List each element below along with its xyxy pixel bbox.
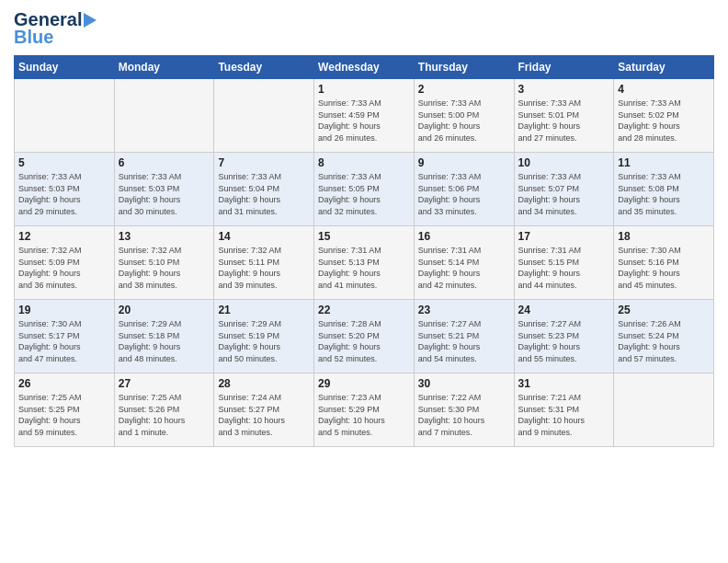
cell-info: Sunrise: 7:25 AM Sunset: 5:26 PM Dayligh… xyxy=(119,392,210,438)
calendar-cell: 3Sunrise: 7:33 AM Sunset: 5:01 PM Daylig… xyxy=(514,79,614,153)
cell-info: Sunrise: 7:33 AM Sunset: 5:03 PM Dayligh… xyxy=(119,171,210,217)
day-number: 15 xyxy=(318,230,410,243)
cell-info: Sunrise: 7:29 AM Sunset: 5:19 PM Dayligh… xyxy=(218,318,310,364)
calendar-cell: 28Sunrise: 7:24 AM Sunset: 5:27 PM Dayli… xyxy=(214,373,314,447)
day-number: 4 xyxy=(618,83,710,96)
calendar-page: General Blue SundayMondayTuesdayWednesda… xyxy=(0,0,728,563)
day-number: 29 xyxy=(318,377,410,390)
col-header-thursday: Thursday xyxy=(414,56,514,79)
calendar-cell: 26Sunrise: 7:25 AM Sunset: 5:25 PM Dayli… xyxy=(15,373,115,447)
week-row-2: 12Sunrise: 7:32 AM Sunset: 5:09 PM Dayli… xyxy=(15,226,714,300)
cell-info: Sunrise: 7:33 AM Sunset: 5:04 PM Dayligh… xyxy=(218,171,310,217)
logo-blue: Blue xyxy=(14,27,53,48)
calendar-cell: 12Sunrise: 7:32 AM Sunset: 5:09 PM Dayli… xyxy=(15,226,115,300)
calendar-cell xyxy=(15,79,115,153)
calendar-cell: 29Sunrise: 7:23 AM Sunset: 5:29 PM Dayli… xyxy=(314,373,415,447)
day-number: 18 xyxy=(618,230,710,243)
day-number: 22 xyxy=(318,304,410,316)
cell-info: Sunrise: 7:32 AM Sunset: 5:09 PM Dayligh… xyxy=(18,245,110,291)
cell-info: Sunrise: 7:31 AM Sunset: 5:14 PM Dayligh… xyxy=(418,245,510,291)
calendar-cell: 20Sunrise: 7:29 AM Sunset: 5:18 PM Dayli… xyxy=(114,300,214,373)
day-number: 2 xyxy=(418,83,510,96)
cell-info: Sunrise: 7:33 AM Sunset: 5:08 PM Dayligh… xyxy=(618,171,710,217)
week-row-1: 5Sunrise: 7:33 AM Sunset: 5:03 PM Daylig… xyxy=(15,153,714,226)
cell-info: Sunrise: 7:33 AM Sunset: 5:02 PM Dayligh… xyxy=(618,98,710,144)
week-row-3: 19Sunrise: 7:30 AM Sunset: 5:17 PM Dayli… xyxy=(15,300,714,373)
day-number: 6 xyxy=(119,156,210,169)
day-number: 12 xyxy=(18,230,110,243)
calendar-cell: 11Sunrise: 7:33 AM Sunset: 5:08 PM Dayli… xyxy=(614,153,714,226)
cell-info: Sunrise: 7:33 AM Sunset: 4:59 PM Dayligh… xyxy=(318,98,410,144)
day-number: 20 xyxy=(119,304,210,316)
cell-info: Sunrise: 7:33 AM Sunset: 5:01 PM Dayligh… xyxy=(518,98,610,144)
calendar-cell xyxy=(114,79,214,153)
week-row-0: 1Sunrise: 7:33 AM Sunset: 4:59 PM Daylig… xyxy=(15,79,714,153)
cell-info: Sunrise: 7:30 AM Sunset: 5:16 PM Dayligh… xyxy=(618,245,710,291)
day-number: 24 xyxy=(518,304,610,316)
calendar-cell: 9Sunrise: 7:33 AM Sunset: 5:06 PM Daylig… xyxy=(414,153,514,226)
col-header-wednesday: Wednesday xyxy=(314,56,415,79)
calendar-cell: 13Sunrise: 7:32 AM Sunset: 5:10 PM Dayli… xyxy=(114,226,214,300)
day-number: 14 xyxy=(218,230,310,243)
day-number: 21 xyxy=(218,304,310,316)
day-number: 25 xyxy=(618,304,710,316)
day-number: 9 xyxy=(418,156,510,169)
calendar-cell: 25Sunrise: 7:26 AM Sunset: 5:24 PM Dayli… xyxy=(614,300,714,373)
calendar-cell: 27Sunrise: 7:25 AM Sunset: 5:26 PM Dayli… xyxy=(114,373,214,447)
calendar-cell: 21Sunrise: 7:29 AM Sunset: 5:19 PM Dayli… xyxy=(214,300,314,373)
day-number: 1 xyxy=(318,83,410,96)
calendar-cell: 10Sunrise: 7:33 AM Sunset: 5:07 PM Dayli… xyxy=(514,153,614,226)
logo-arrow-icon xyxy=(84,13,97,28)
cell-info: Sunrise: 7:27 AM Sunset: 5:23 PM Dayligh… xyxy=(518,318,610,364)
cell-info: Sunrise: 7:31 AM Sunset: 5:13 PM Dayligh… xyxy=(318,245,410,291)
day-number: 30 xyxy=(418,377,510,390)
day-number: 27 xyxy=(119,377,210,390)
cell-info: Sunrise: 7:33 AM Sunset: 5:06 PM Dayligh… xyxy=(418,171,510,217)
day-number: 8 xyxy=(318,156,410,169)
calendar-cell xyxy=(614,373,714,447)
col-header-tuesday: Tuesday xyxy=(214,56,314,79)
calendar-cell: 31Sunrise: 7:21 AM Sunset: 5:31 PM Dayli… xyxy=(514,373,614,447)
calendar-cell: 24Sunrise: 7:27 AM Sunset: 5:23 PM Dayli… xyxy=(514,300,614,373)
cell-info: Sunrise: 7:31 AM Sunset: 5:15 PM Dayligh… xyxy=(518,245,610,291)
col-header-friday: Friday xyxy=(514,56,614,79)
day-number: 11 xyxy=(618,156,710,169)
day-number: 23 xyxy=(418,304,510,316)
calendar-cell: 6Sunrise: 7:33 AM Sunset: 5:03 PM Daylig… xyxy=(114,153,214,226)
calendar-cell: 14Sunrise: 7:32 AM Sunset: 5:11 PM Dayli… xyxy=(214,226,314,300)
cell-info: Sunrise: 7:25 AM Sunset: 5:25 PM Dayligh… xyxy=(18,392,110,438)
calendar-cell: 19Sunrise: 7:30 AM Sunset: 5:17 PM Dayli… xyxy=(15,300,115,373)
col-header-monday: Monday xyxy=(114,56,214,79)
day-number: 28 xyxy=(218,377,310,390)
day-number: 26 xyxy=(18,377,110,390)
calendar-cell: 18Sunrise: 7:30 AM Sunset: 5:16 PM Dayli… xyxy=(614,226,714,300)
week-row-4: 26Sunrise: 7:25 AM Sunset: 5:25 PM Dayli… xyxy=(15,373,714,447)
calendar-cell xyxy=(214,79,314,153)
cell-info: Sunrise: 7:30 AM Sunset: 5:17 PM Dayligh… xyxy=(18,318,110,364)
cell-info: Sunrise: 7:21 AM Sunset: 5:31 PM Dayligh… xyxy=(518,392,610,438)
cell-info: Sunrise: 7:29 AM Sunset: 5:18 PM Dayligh… xyxy=(119,318,210,364)
calendar-cell: 30Sunrise: 7:22 AM Sunset: 5:30 PM Dayli… xyxy=(414,373,514,447)
calendar-cell: 22Sunrise: 7:28 AM Sunset: 5:20 PM Dayli… xyxy=(314,300,415,373)
calendar-cell: 23Sunrise: 7:27 AM Sunset: 5:21 PM Dayli… xyxy=(414,300,514,373)
cell-info: Sunrise: 7:33 AM Sunset: 5:07 PM Dayligh… xyxy=(518,171,610,217)
day-number: 10 xyxy=(518,156,610,169)
cell-info: Sunrise: 7:32 AM Sunset: 5:11 PM Dayligh… xyxy=(218,245,310,291)
day-number: 17 xyxy=(518,230,610,243)
calendar-cell: 5Sunrise: 7:33 AM Sunset: 5:03 PM Daylig… xyxy=(15,153,115,226)
calendar-cell: 7Sunrise: 7:33 AM Sunset: 5:04 PM Daylig… xyxy=(214,153,314,226)
cell-info: Sunrise: 7:33 AM Sunset: 5:05 PM Dayligh… xyxy=(318,171,410,217)
day-number: 19 xyxy=(18,304,110,316)
cell-info: Sunrise: 7:26 AM Sunset: 5:24 PM Dayligh… xyxy=(618,318,710,364)
col-header-saturday: Saturday xyxy=(614,56,714,79)
day-number: 5 xyxy=(18,156,110,169)
header: General Blue xyxy=(14,9,714,48)
day-number: 3 xyxy=(518,83,610,96)
cell-info: Sunrise: 7:33 AM Sunset: 5:00 PM Dayligh… xyxy=(418,98,510,144)
cell-info: Sunrise: 7:28 AM Sunset: 5:20 PM Dayligh… xyxy=(318,318,410,364)
day-number: 16 xyxy=(418,230,510,243)
logo: General Blue xyxy=(14,9,97,48)
col-header-sunday: Sunday xyxy=(15,56,115,79)
cell-info: Sunrise: 7:33 AM Sunset: 5:03 PM Dayligh… xyxy=(18,171,110,217)
cell-info: Sunrise: 7:32 AM Sunset: 5:10 PM Dayligh… xyxy=(119,245,210,291)
